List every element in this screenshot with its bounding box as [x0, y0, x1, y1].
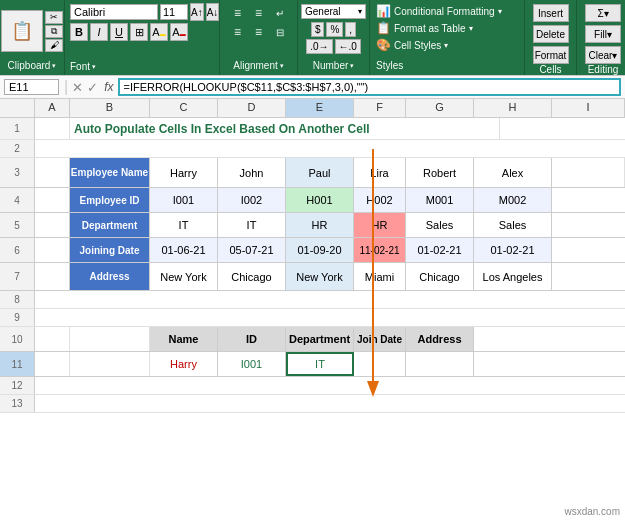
- align-left-button[interactable]: ≡: [228, 23, 248, 41]
- font-name-input[interactable]: [70, 4, 158, 20]
- cell-g7[interactable]: Chicago: [406, 263, 474, 290]
- cell-d6[interactable]: 05-07-21: [218, 238, 286, 262]
- wrap-text-button[interactable]: ↵: [270, 4, 290, 22]
- align-top-center-button[interactable]: ≡: [249, 4, 269, 22]
- increase-decimal-button[interactable]: .0→: [306, 39, 332, 54]
- cell-c10-name[interactable]: Name: [150, 327, 218, 351]
- cell-reference-box[interactable]: [4, 79, 59, 95]
- cell-a4[interactable]: [35, 188, 70, 212]
- cell-c7[interactable]: New York: [150, 263, 218, 290]
- clear-button[interactable]: Clear▾: [585, 46, 621, 64]
- cell-b7[interactable]: Address: [70, 263, 150, 290]
- cell-a11[interactable]: [35, 352, 70, 376]
- align-top-left-button[interactable]: ≡: [228, 4, 248, 22]
- cell-b11[interactable]: [70, 352, 150, 376]
- cell-d4[interactable]: I002: [218, 188, 286, 212]
- cell-c5[interactable]: IT: [150, 213, 218, 237]
- border-button[interactable]: ⊞: [130, 23, 148, 41]
- col-header-i[interactable]: I: [552, 99, 625, 117]
- cell-a6[interactable]: [35, 238, 70, 262]
- cell-d11-id[interactable]: I001: [218, 352, 286, 376]
- decrease-font-button[interactable]: A↓: [206, 3, 220, 21]
- conditional-dropdown-icon[interactable]: ▾: [498, 7, 502, 16]
- cell-f3[interactable]: Lira: [354, 158, 406, 187]
- cell-b1-title[interactable]: Auto Populate Cells In Excel Based On An…: [70, 118, 500, 139]
- insert-cells-button[interactable]: Insert: [533, 4, 569, 22]
- col-header-f[interactable]: F: [354, 99, 406, 117]
- decrease-decimal-button[interactable]: ←.0: [335, 39, 361, 54]
- conditional-formatting-label[interactable]: Conditional Formatting: [394, 6, 495, 17]
- bold-button[interactable]: B: [70, 23, 88, 41]
- merge-button[interactable]: ⊟: [270, 23, 290, 41]
- font-size-input[interactable]: [160, 4, 188, 20]
- cell-a3[interactable]: [35, 158, 70, 187]
- formula-confirm-icon[interactable]: ✓: [87, 80, 98, 95]
- format-cells-button[interactable]: Format: [533, 46, 569, 64]
- comma-button[interactable]: ,: [345, 22, 356, 37]
- cell-styles-dropdown-icon[interactable]: ▾: [444, 41, 448, 50]
- format-painter-button[interactable]: 🖌: [45, 39, 63, 52]
- fill-color-button[interactable]: A▬: [150, 23, 168, 41]
- cell-d7[interactable]: Chicago: [218, 263, 286, 290]
- cell-a1[interactable]: [35, 118, 70, 139]
- cell-a10[interactable]: [35, 327, 70, 351]
- font-color-button[interactable]: A▬: [170, 23, 188, 41]
- cell-d5[interactable]: IT: [218, 213, 286, 237]
- underline-button[interactable]: U: [110, 23, 128, 41]
- cell-f6[interactable]: 11-02-21: [354, 238, 406, 262]
- format-as-table-label[interactable]: Format as Table: [394, 23, 466, 34]
- cell-h5[interactable]: Sales: [474, 213, 552, 237]
- col-header-e[interactable]: E: [286, 99, 354, 117]
- cell-h4[interactable]: M002: [474, 188, 552, 212]
- col-header-d[interactable]: D: [218, 99, 286, 117]
- cell-a5[interactable]: [35, 213, 70, 237]
- currency-button[interactable]: $: [311, 22, 325, 37]
- cell-c4[interactable]: I001: [150, 188, 218, 212]
- col-header-b[interactable]: B: [70, 99, 150, 117]
- cell-a7[interactable]: [35, 263, 70, 290]
- number-format-dropdown[interactable]: ▾: [358, 7, 362, 16]
- cell-d3[interactable]: John: [218, 158, 286, 187]
- cell-g4[interactable]: M001: [406, 188, 474, 212]
- cell-g11[interactable]: [406, 352, 474, 376]
- cell-h3[interactable]: Alex: [474, 158, 552, 187]
- percent-button[interactable]: %: [326, 22, 343, 37]
- autosum-button[interactable]: Σ▾: [585, 4, 621, 22]
- cell-g10-address[interactable]: Address: [406, 327, 474, 351]
- col-header-c[interactable]: C: [150, 99, 218, 117]
- cell-c11-harry[interactable]: Harry: [150, 352, 218, 376]
- cell-h7[interactable]: Los Angeles: [474, 263, 552, 290]
- formula-cancel-icon[interactable]: ✕: [72, 80, 83, 95]
- paste-button[interactable]: 📋: [1, 10, 43, 52]
- cell-i3[interactable]: [552, 158, 625, 187]
- cell-d10-id[interactable]: ID: [218, 327, 286, 351]
- cell-c3[interactable]: Harry: [150, 158, 218, 187]
- cell-b5[interactable]: Department: [70, 213, 150, 237]
- cell-e7[interactable]: New York: [286, 263, 354, 290]
- cell-b3[interactable]: Employee Name: [70, 158, 150, 187]
- cell-e5[interactable]: HR: [286, 213, 354, 237]
- cell-e6[interactable]: 01-09-20: [286, 238, 354, 262]
- col-header-a[interactable]: A: [35, 99, 70, 117]
- cell-b4[interactable]: Employee ID: [70, 188, 150, 212]
- col-header-h[interactable]: H: [474, 99, 552, 117]
- cell-g6[interactable]: 01-02-21: [406, 238, 474, 262]
- cell-g5[interactable]: Sales: [406, 213, 474, 237]
- italic-button[interactable]: I: [90, 23, 108, 41]
- cell-f7[interactable]: Miami: [354, 263, 406, 290]
- delete-cells-button[interactable]: Delete: [533, 25, 569, 43]
- cell-f4[interactable]: H002: [354, 188, 406, 212]
- format-table-dropdown-icon[interactable]: ▾: [469, 24, 473, 33]
- cell-c6[interactable]: 01-06-21: [150, 238, 218, 262]
- copy-button[interactable]: ⧉: [45, 25, 63, 38]
- cell-g3[interactable]: Robert: [406, 158, 474, 187]
- cell-b6[interactable]: Joining Date: [70, 238, 150, 262]
- fill-button[interactable]: Fill▾: [585, 25, 621, 43]
- formula-input[interactable]: [118, 78, 622, 96]
- cell-h6[interactable]: 01-02-21: [474, 238, 552, 262]
- cell-e11-active[interactable]: IT: [286, 352, 354, 376]
- cell-f11[interactable]: [354, 352, 406, 376]
- cell-e3[interactable]: Paul: [286, 158, 354, 187]
- cell-styles-label[interactable]: Cell Styles: [394, 40, 441, 51]
- align-center-button[interactable]: ≡: [249, 23, 269, 41]
